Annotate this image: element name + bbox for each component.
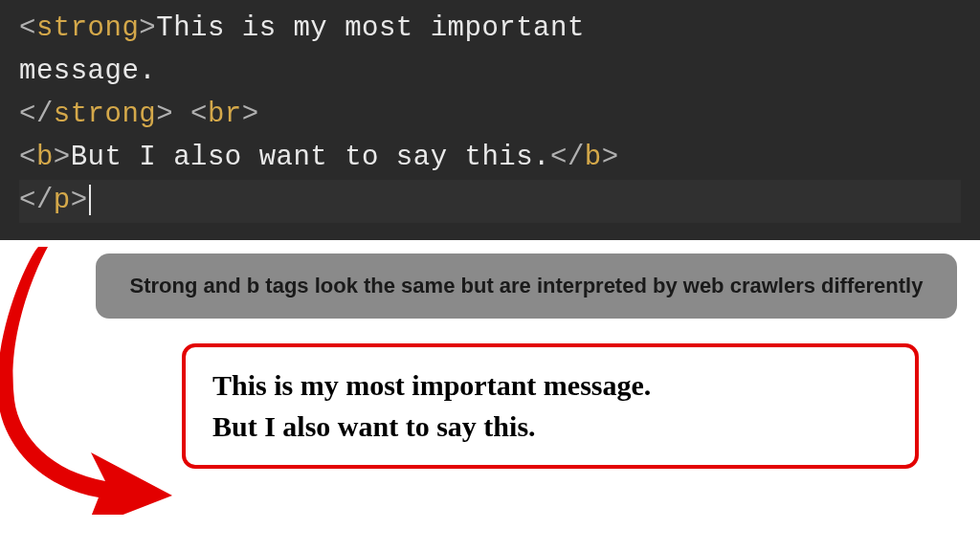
text-cursor: [89, 185, 91, 215]
tag-bracket: >: [54, 142, 71, 173]
tag-bracket: </: [19, 99, 54, 130]
tag-bracket: >: [602, 142, 619, 173]
tag-bracket: >: [71, 185, 88, 216]
tag-name-b: b: [585, 142, 602, 173]
tag-bracket: <: [19, 142, 36, 173]
code-line-2: message.: [19, 51, 961, 94]
tag-name-strong: strong: [54, 99, 156, 130]
tag-name-p: p: [54, 185, 71, 216]
code-editor: <strong>This is my most important messag…: [0, 0, 980, 240]
tag-bracket: >: [242, 99, 259, 130]
tag-name-strong: strong: [36, 12, 139, 44]
tag-name-b: b: [36, 142, 54, 173]
tag-bracket: <: [190, 99, 208, 130]
space: [173, 99, 190, 130]
code-line-3: </strong> <br>: [19, 94, 961, 137]
tag-bracket: >: [139, 12, 156, 44]
output-line-1: This is my most important message.: [212, 364, 888, 407]
tag-bracket: </: [550, 142, 585, 173]
code-line-5: </p>: [19, 180, 961, 223]
output-line-2: But I also want to say this.: [212, 406, 888, 448]
code-line-4: <b>But I also want to say this.</b>: [19, 137, 961, 180]
tag-bracket: >: [156, 99, 173, 130]
caption-box: Strong and b tags look the same but are …: [96, 253, 957, 319]
tag-bracket: <: [19, 12, 36, 44]
code-text: But I also want to say this.: [71, 142, 550, 173]
output-box: This is my most important message. But I…: [182, 343, 919, 469]
tag-bracket: </: [19, 185, 54, 216]
tag-name-br: br: [208, 99, 242, 130]
code-line-1: <strong>This is my most important: [19, 8, 961, 51]
code-text: message.: [19, 55, 156, 87]
code-text: This is my most important: [156, 12, 585, 44]
caption-text: Strong and b tags look the same but are …: [130, 274, 924, 298]
